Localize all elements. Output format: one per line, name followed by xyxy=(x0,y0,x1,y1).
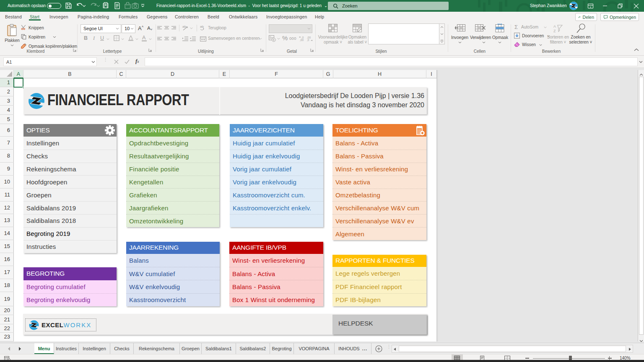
svg-text:A: A xyxy=(553,24,556,28)
svg-text:,0: ,0 xyxy=(307,39,309,41)
svg-text:Z: Z xyxy=(553,29,556,33)
svg-text:,00: ,00 xyxy=(300,39,304,41)
